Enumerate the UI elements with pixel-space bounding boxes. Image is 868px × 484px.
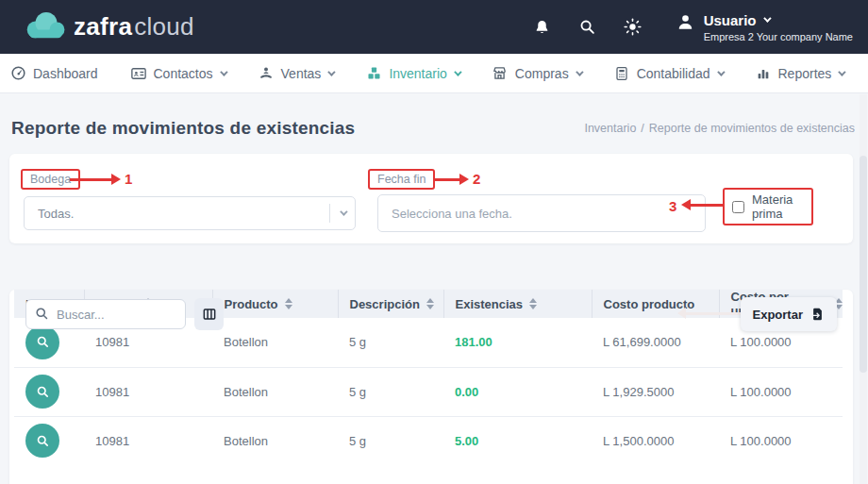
cell-codigo: 10981 bbox=[84, 367, 212, 416]
cell-costo-producto: L 1,500.0000 bbox=[592, 416, 719, 465]
nav-item-ventas[interactable]: Ventas bbox=[258, 65, 334, 82]
sort-icon[interactable] bbox=[426, 298, 434, 309]
search-icon[interactable] bbox=[578, 18, 597, 37]
cell-existencias: 181.00 bbox=[443, 318, 592, 367]
user-name: Usuario bbox=[704, 12, 757, 28]
history-search-button[interactable] bbox=[25, 424, 59, 458]
bodega-select[interactable]: Todas. bbox=[24, 196, 356, 230]
annotation-box-materia: Materia prima bbox=[723, 188, 813, 225]
chevron-down-icon bbox=[220, 68, 227, 75]
chevron-down-icon bbox=[576, 68, 583, 75]
nav-item-dashboard[interactable]: Dashboard bbox=[9, 65, 98, 82]
cell-costo-producto: L 1,929.5000 bbox=[592, 367, 719, 416]
columns-icon bbox=[202, 307, 217, 322]
annotation-number-1: 1 bbox=[125, 171, 132, 187]
user-text: Usuario Empresa 2 Your company Name bbox=[704, 12, 853, 42]
table-row: 10981 Botellon 5 g 0.00 L 1,929.5000 L 1… bbox=[14, 367, 843, 416]
annotation-box-fecha: Fecha fin bbox=[368, 169, 435, 190]
export-button[interactable]: Exportar bbox=[741, 297, 837, 331]
topbar-actions: Usuario Empresa 2 Your company Name bbox=[533, 12, 853, 42]
materia-prima-label[interactable]: Materia prima bbox=[752, 192, 804, 221]
notifications-bell-icon[interactable] bbox=[533, 18, 552, 37]
export-file-icon bbox=[810, 307, 825, 322]
chevron-down-icon bbox=[838, 68, 845, 75]
bodega-selected-value: Todas. bbox=[38, 207, 329, 221]
user-company: Empresa 2 Your company Name bbox=[704, 31, 853, 42]
col-label: Existencias bbox=[456, 297, 524, 311]
nav-item-contabilidad[interactable]: Contabilidad bbox=[613, 65, 723, 82]
nav-item-inventario[interactable]: Inventario bbox=[365, 65, 459, 82]
fecha-fin-input[interactable] bbox=[377, 194, 706, 232]
contacts-card-icon bbox=[130, 65, 147, 82]
app-window: zafracloud Usuario bbox=[0, 0, 868, 484]
table-card: Exportar Historial Código Producto Descr… bbox=[9, 290, 853, 484]
inventory-boxes-icon bbox=[365, 65, 382, 82]
cell-producto: Botellon bbox=[212, 416, 338, 465]
user-menu[interactable]: Usuario Empresa 2 Your company Name bbox=[676, 12, 853, 42]
cell-costo-unidad: L 100.0000 bbox=[719, 367, 843, 416]
annotation-number-3: 3 bbox=[669, 198, 676, 214]
nav-label: Contabilidad bbox=[637, 66, 710, 81]
sort-icon[interactable] bbox=[285, 298, 292, 309]
brand-name-light: cloud bbox=[134, 12, 194, 42]
col-label: Descripción bbox=[350, 297, 420, 311]
scrollbar-thumb[interactable] bbox=[860, 156, 867, 373]
select-divider bbox=[329, 204, 330, 223]
store-icon bbox=[492, 65, 509, 82]
cell-descripcion: 5 g bbox=[338, 367, 443, 416]
nav-item-reportes[interactable]: Reportes bbox=[755, 65, 844, 82]
brightness-sun-icon[interactable] bbox=[624, 18, 643, 37]
cell-costo-unidad: L 100.0000 bbox=[719, 416, 843, 465]
title-row: Reporte de movimientos de existencias In… bbox=[0, 93, 868, 139]
nav-item-compras[interactable]: Compras bbox=[492, 65, 581, 82]
breadcrumb-current: Reporte de movimientos de existencias bbox=[649, 122, 855, 135]
chevron-down-icon bbox=[764, 14, 772, 22]
chevron-down-icon bbox=[340, 208, 347, 215]
cell-producto: Botellon bbox=[212, 318, 338, 367]
annotation-arrow-1 bbox=[70, 178, 111, 181]
calculator-icon bbox=[613, 65, 630, 82]
sales-hand-icon bbox=[258, 65, 275, 82]
history-search-button[interactable] bbox=[25, 325, 59, 359]
fecha-fin-label: Fecha fin bbox=[377, 173, 426, 186]
nav-label: Inventario bbox=[389, 66, 446, 81]
cloud-logo-icon bbox=[25, 11, 68, 43]
sort-icon[interactable] bbox=[529, 298, 537, 309]
nav-label: Dashboard bbox=[33, 66, 98, 81]
col-label: Producto bbox=[225, 297, 278, 311]
user-avatar-icon bbox=[676, 13, 695, 32]
page-title: Reporte de movimientos de existencias bbox=[11, 118, 355, 139]
bar-chart-icon bbox=[755, 65, 772, 82]
chevron-down-icon bbox=[717, 68, 725, 75]
nav-item-contactos[interactable]: Contactos bbox=[130, 65, 225, 82]
nav-label: Compras bbox=[515, 66, 569, 81]
search-input[interactable] bbox=[25, 299, 186, 329]
history-search-button[interactable] bbox=[25, 375, 59, 409]
brand-name-bold: zafra bbox=[74, 12, 132, 42]
export-label: Exportar bbox=[753, 308, 803, 322]
col-header-existencias[interactable]: Existencias bbox=[443, 290, 592, 318]
column-toggle-button[interactable] bbox=[194, 298, 224, 330]
cell-codigo: 10981 bbox=[84, 416, 212, 465]
cell-existencias: 0.00 bbox=[443, 367, 592, 416]
breadcrumb-parent[interactable]: Inventario bbox=[584, 122, 636, 135]
annotation-arrow-2 bbox=[433, 178, 459, 181]
annotation-number-2: 2 bbox=[473, 171, 480, 187]
topbar: zafracloud Usuario bbox=[0, 0, 868, 54]
materia-prima-checkbox[interactable] bbox=[732, 200, 744, 214]
nav-label: Ventas bbox=[281, 66, 322, 81]
table-search bbox=[25, 299, 186, 329]
cell-descripcion: 5 g bbox=[338, 318, 443, 367]
col-header-producto[interactable]: Producto bbox=[212, 290, 338, 318]
breadcrumb-separator: / bbox=[641, 122, 643, 135]
cell-costo-producto: L 61,699.0000 bbox=[592, 318, 719, 367]
bodega-label: Bodega bbox=[30, 173, 71, 186]
col-header-descripcion[interactable]: Descripción bbox=[338, 290, 443, 318]
annotation-arrow-3 bbox=[691, 204, 723, 207]
breadcrumb: Inventario/Reporte de movimientos de exi… bbox=[584, 122, 855, 135]
search-icon bbox=[35, 307, 49, 321]
chevron-down-icon bbox=[454, 68, 461, 75]
nav-label: Reportes bbox=[778, 66, 832, 81]
brand-logo[interactable]: zafracloud bbox=[25, 11, 194, 43]
cell-existencias: 5.00 bbox=[443, 416, 592, 465]
